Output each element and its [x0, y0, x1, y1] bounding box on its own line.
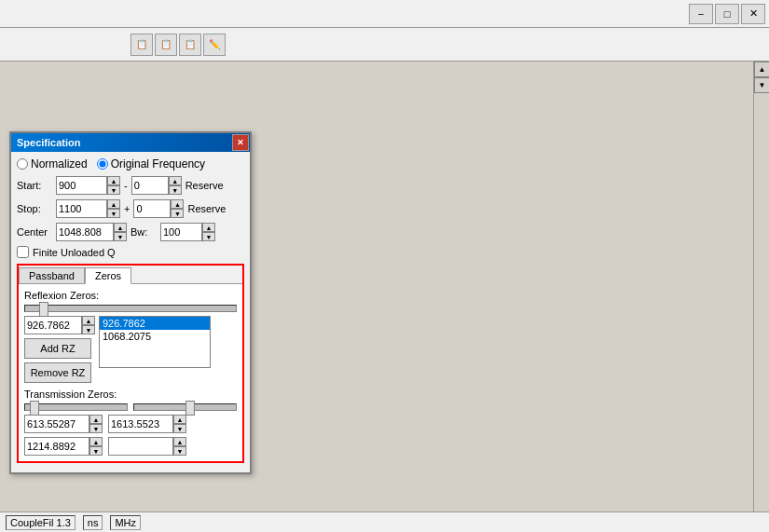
- tz2-input[interactable]: 1613.5523: [108, 415, 173, 433]
- rz-value-input[interactable]: 926.7862: [24, 316, 82, 334]
- start-spinner-btns: ▲ ▼: [107, 176, 120, 195]
- unit-ns: ns: [83, 515, 103, 530]
- original-radio[interactable]: [97, 158, 108, 170]
- add-rz-button[interactable]: Add RZ: [24, 338, 91, 359]
- maximize-button[interactable]: □: [715, 4, 739, 24]
- finite-q-label: Finite Unloaded Q: [33, 247, 116, 258]
- tz1-input[interactable]: 613.55287: [24, 415, 89, 433]
- tz-spinner-2[interactable]: 1613.5523 ▲ ▼: [108, 415, 186, 433]
- dialog-close-button[interactable]: ✕: [232, 134, 249, 151]
- finite-q-checkbox[interactable]: [17, 246, 29, 258]
- stop-reserve-up[interactable]: ▲: [171, 199, 184, 209]
- start-spinner[interactable]: 900 ▲ ▼: [56, 176, 120, 195]
- tz-spinner-4[interactable]: ▲ ▼: [108, 437, 186, 456]
- stop-spinner[interactable]: 1100 ▲ ▼: [56, 199, 120, 218]
- start-reserve-up[interactable]: ▲: [169, 176, 182, 185]
- transmission-zeros-label: Transmission Zeros:: [24, 389, 237, 400]
- bw-down-btn[interactable]: ▼: [202, 232, 215, 241]
- specification-dialog: Specification ✕ Normalized Original Freq…: [9, 131, 252, 474]
- bw-input[interactable]: 100: [160, 223, 202, 241]
- toolbar-btn-4[interactable]: ✏️: [203, 34, 226, 56]
- rz-left-col: 926.7862 ▲ ▼ Add RZ Remove RZ: [24, 316, 95, 383]
- toolbar-btn-3[interactable]: 📋: [179, 34, 201, 56]
- start-reserve-down[interactable]: ▼: [169, 185, 182, 195]
- tz-extra-row: 1214.8892 ▲ ▼ ▲ ▼: [24, 437, 237, 456]
- stop-reserve-btns: ▲ ▼: [171, 199, 184, 218]
- rz-slider-row: [24, 305, 237, 312]
- rz-slider-track[interactable]: [24, 305, 237, 312]
- tz4-input[interactable]: [108, 437, 173, 456]
- normalized-radio-item[interactable]: Normalized: [17, 157, 88, 171]
- main-area: ▲ ▼ Specification ✕ Normalized Original …: [0, 61, 769, 512]
- tz4-up-btn[interactable]: ▲: [173, 437, 186, 446]
- center-input[interactable]: 1048.808: [56, 223, 114, 241]
- app-name: CoupleFil 1.3: [6, 515, 76, 530]
- tz-slider-2[interactable]: [133, 403, 237, 411]
- tz1-up-btn[interactable]: ▲: [89, 415, 103, 424]
- minimize-button[interactable]: −: [689, 4, 713, 24]
- start-down-btn[interactable]: ▼: [107, 185, 120, 195]
- normalized-radio[interactable]: [17, 158, 28, 170]
- rz-list-item-0[interactable]: 926.7862: [100, 317, 210, 330]
- start-row: Start: 900 ▲ ▼ - 0 ▲ ▼ Reserve: [17, 176, 244, 195]
- stop-label: Stop:: [17, 203, 52, 214]
- toolbar-btn-2[interactable]: 📋: [155, 34, 177, 56]
- tab-zeros[interactable]: Zeros: [85, 267, 131, 284]
- stop-down-btn[interactable]: ▼: [107, 209, 120, 218]
- tz3-down-btn[interactable]: ▼: [89, 446, 103, 456]
- tz-slider-1[interactable]: [24, 403, 128, 411]
- remove-rz-button[interactable]: Remove RZ: [24, 362, 91, 383]
- tz-thumb-2[interactable]: [185, 401, 195, 416]
- stop-reserve-down[interactable]: ▼: [171, 209, 184, 218]
- bw-spinner-btns: ▲ ▼: [202, 223, 215, 241]
- scrollbar-right[interactable]: ▲ ▼: [753, 61, 769, 512]
- transmission-zeros-section: Transmission Zeros:: [24, 389, 237, 456]
- tz-slider-row: [24, 403, 237, 411]
- tz4-down-btn[interactable]: ▼: [173, 446, 186, 456]
- start-label: Start:: [17, 180, 52, 191]
- stop-input[interactable]: 1100: [56, 199, 107, 218]
- tab-header: Passband Zeros: [19, 266, 242, 284]
- bw-up-btn[interactable]: ▲: [202, 223, 215, 232]
- stop-plus: +: [124, 203, 130, 214]
- status-bar: CoupleFil 1.3 ns MHz: [0, 512, 769, 532]
- start-reserve-spinner[interactable]: 0 ▲ ▼: [131, 176, 182, 195]
- rz-listbox[interactable]: 926.7862 1068.2075: [99, 316, 211, 368]
- tz3-up-btn[interactable]: ▲: [89, 437, 103, 446]
- stop-reserve-spinner[interactable]: 0 ▲ ▼: [133, 199, 184, 218]
- scroll-down-arrow[interactable]: ▼: [754, 77, 769, 93]
- stop-up-btn[interactable]: ▲: [107, 199, 120, 209]
- rz-spinner[interactable]: 926.7862 ▲ ▼: [24, 316, 95, 334]
- center-spinner[interactable]: 1048.808 ▲ ▼: [56, 223, 127, 241]
- start-input[interactable]: 900: [56, 176, 107, 195]
- tz1-down-btn[interactable]: ▼: [89, 424, 103, 433]
- rz-down-btn[interactable]: ▼: [82, 325, 95, 334]
- rz-up-btn[interactable]: ▲: [82, 316, 95, 325]
- bw-spinner[interactable]: 100 ▲ ▼: [160, 223, 215, 241]
- tab-passband[interactable]: Passband: [19, 267, 85, 283]
- start-reserve-label: Reserve: [185, 180, 224, 191]
- normalized-label: Normalized: [31, 157, 88, 171]
- start-up-btn[interactable]: ▲: [107, 176, 120, 185]
- center-label: Center: [17, 226, 52, 238]
- stop-reserve-input[interactable]: 0: [133, 199, 171, 218]
- tz-spinner-1[interactable]: 613.55287 ▲ ▼: [24, 415, 103, 433]
- title-bar: − □ ✕: [0, 0, 769, 28]
- toolbar-btn-1[interactable]: 📋: [130, 34, 153, 56]
- rz-slider-thumb[interactable]: [39, 302, 48, 317]
- tz-thumb-1[interactable]: [30, 401, 39, 416]
- dialog-title-label: Specification: [17, 137, 80, 148]
- original-radio-item[interactable]: Original Frequency: [97, 157, 205, 171]
- close-button[interactable]: ✕: [741, 4, 765, 24]
- tz3-input[interactable]: 1214.8892: [24, 437, 89, 456]
- rz-list-item-1[interactable]: 1068.2075: [100, 330, 210, 343]
- start-reserve-input[interactable]: 0: [131, 176, 169, 195]
- tz-spinner-3[interactable]: 1214.8892 ▲ ▼: [24, 437, 103, 456]
- frequency-mode-row: Normalized Original Frequency: [17, 157, 244, 171]
- tz2-down-btn[interactable]: ▼: [173, 424, 186, 433]
- tz2-up-btn[interactable]: ▲: [173, 415, 186, 424]
- center-down-btn[interactable]: ▼: [114, 232, 127, 241]
- center-up-btn[interactable]: ▲: [114, 223, 127, 232]
- scroll-up-arrow[interactable]: ▲: [754, 61, 769, 77]
- stop-row: Stop: 1100 ▲ ▼ + 0 ▲ ▼ Reserve: [17, 199, 244, 218]
